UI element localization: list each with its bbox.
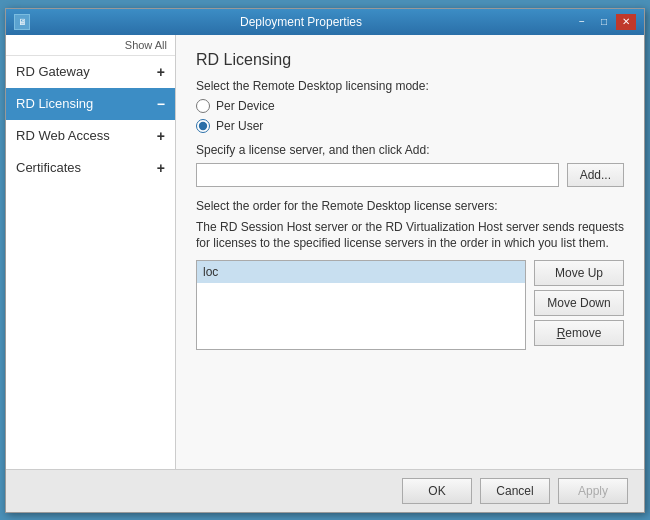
sidebar-item-certificates[interactable]: Certificates + bbox=[6, 152, 175, 184]
content-area: Show All RD Gateway + RD Licensing − RD … bbox=[6, 35, 644, 469]
sidebar-item-rd-licensing[interactable]: RD Licensing − bbox=[6, 88, 175, 120]
window-controls: − □ ✕ bbox=[572, 14, 636, 30]
sidebar: Show All RD Gateway + RD Licensing − RD … bbox=[6, 35, 176, 469]
remove-underline-r: Remove bbox=[557, 326, 602, 340]
radio-per-user[interactable] bbox=[196, 119, 210, 133]
sidebar-item-rd-gateway[interactable]: RD Gateway + bbox=[6, 56, 175, 88]
server-list[interactable]: loc bbox=[196, 260, 526, 350]
radio-per-device[interactable] bbox=[196, 99, 210, 113]
order-description: The RD Session Host server or the RD Vir… bbox=[196, 219, 624, 253]
sidebar-item-rd-web-access[interactable]: RD Web Access + bbox=[6, 120, 175, 152]
server-list-item-text: loc bbox=[203, 265, 218, 279]
license-server-input-row: Add... bbox=[196, 163, 624, 187]
window-icon: 🖥 bbox=[14, 14, 30, 30]
cancel-button[interactable]: Cancel bbox=[480, 478, 550, 504]
add-button[interactable]: Add... bbox=[567, 163, 624, 187]
radio-item-per-user: Per User bbox=[196, 119, 624, 133]
server-buttons: Move Up Move Down Remove bbox=[534, 260, 624, 350]
minimize-button[interactable]: − bbox=[572, 14, 592, 30]
radio-per-user-label[interactable]: Per User bbox=[216, 119, 263, 133]
move-up-button[interactable]: Move Up bbox=[534, 260, 624, 286]
section-title: RD Licensing bbox=[196, 51, 624, 69]
maximize-button[interactable]: □ bbox=[594, 14, 614, 30]
server-list-area: loc Move Up Move Down Remove bbox=[196, 260, 624, 350]
remove-button[interactable]: Remove bbox=[534, 320, 624, 346]
main-window: 🖥 Deployment Properties − □ ✕ Show All R… bbox=[5, 8, 645, 513]
window-title: Deployment Properties bbox=[30, 15, 572, 29]
apply-button[interactable]: Apply bbox=[558, 478, 628, 504]
radio-item-per-device: Per Device bbox=[196, 99, 624, 113]
license-server-label: Specify a license server, and then click… bbox=[196, 143, 624, 157]
order-label: Select the order for the Remote Desktop … bbox=[196, 199, 624, 213]
close-button[interactable]: ✕ bbox=[616, 14, 636, 30]
title-bar: 🖥 Deployment Properties − □ ✕ bbox=[6, 9, 644, 35]
ok-button[interactable]: OK bbox=[402, 478, 472, 504]
license-server-input[interactable] bbox=[196, 163, 559, 187]
server-list-item[interactable]: loc bbox=[197, 261, 525, 283]
licensing-mode-label: Select the Remote Desktop licensing mode… bbox=[196, 79, 624, 93]
main-content: RD Licensing Select the Remote Desktop l… bbox=[176, 35, 644, 469]
bottom-bar: OK Cancel Apply bbox=[6, 469, 644, 512]
radio-group-licensing-mode: Per Device Per User bbox=[196, 99, 624, 133]
sidebar-show-all[interactable]: Show All bbox=[6, 35, 175, 56]
move-down-button[interactable]: Move Down bbox=[534, 290, 624, 316]
radio-per-device-label[interactable]: Per Device bbox=[216, 99, 275, 113]
